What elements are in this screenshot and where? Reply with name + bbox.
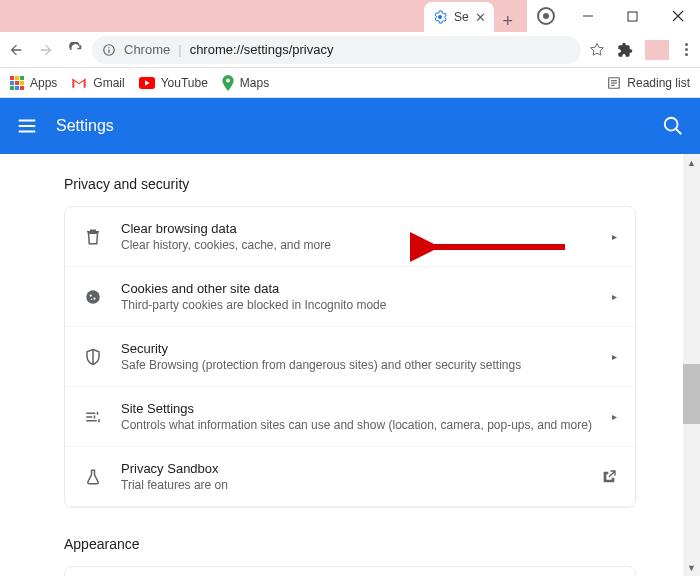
tune-icon xyxy=(83,407,103,427)
bookmark-gmail[interactable]: Gmail xyxy=(71,76,124,90)
svg-point-17 xyxy=(90,294,92,296)
section-title-appearance: Appearance xyxy=(64,536,636,552)
row-site-settings[interactable]: Site Settings Controls what information … xyxy=(65,387,635,447)
browser-menu-button[interactable] xyxy=(681,43,692,56)
reading-list-button[interactable]: Reading list xyxy=(607,76,690,90)
row-title: Site Settings xyxy=(121,401,594,416)
shield-icon xyxy=(83,347,103,367)
chevron-right-icon: ▸ xyxy=(612,411,617,422)
maximize-button[interactable] xyxy=(610,0,655,32)
row-cookies[interactable]: Cookies and other site data Third-party … xyxy=(65,267,635,327)
tab-title: Se xyxy=(454,10,469,24)
address-bar[interactable]: Chrome | chrome://settings/privacy xyxy=(92,36,581,64)
chevron-right-icon: ▸ xyxy=(612,291,617,302)
minimize-button[interactable] xyxy=(565,0,610,32)
svg-rect-2 xyxy=(628,12,637,21)
external-link-icon xyxy=(601,469,617,485)
row-title: Cookies and other site data xyxy=(121,281,594,296)
bookmark-maps[interactable]: Maps xyxy=(222,75,269,91)
scroll-up-arrow[interactable]: ▲ xyxy=(683,154,700,171)
settings-title: Settings xyxy=(56,117,114,135)
row-title: Clear browsing data xyxy=(121,221,594,236)
svg-point-9 xyxy=(226,78,230,82)
svg-point-16 xyxy=(86,290,100,304)
svg-point-19 xyxy=(91,298,93,300)
svg-point-18 xyxy=(93,297,95,299)
extensions-icon[interactable] xyxy=(617,42,633,58)
privacy-card: Clear browsing data Clear history, cooki… xyxy=(64,206,636,508)
row-subtitle: Controls what information sites can use … xyxy=(121,418,594,432)
cookie-icon xyxy=(83,287,103,307)
appearance-card: Theme Open Chrome Web Store xyxy=(64,566,636,576)
window-titlebar: Se ✕ + xyxy=(0,0,700,32)
row-subtitle: Safe Browsing (protection from dangerous… xyxy=(121,358,594,372)
page-scrollbar[interactable]: ▲ ▼ xyxy=(683,154,700,576)
search-icon[interactable] xyxy=(662,115,684,137)
section-title-privacy: Privacy and security xyxy=(64,176,636,192)
profile-avatar[interactable] xyxy=(537,7,555,25)
row-title: Privacy Sandbox xyxy=(121,461,583,476)
site-info-icon xyxy=(102,43,116,57)
apps-shortcut[interactable]: Apps xyxy=(10,76,57,90)
chevron-right-icon: ▸ xyxy=(612,351,617,362)
row-privacy-sandbox[interactable]: Privacy Sandbox Trial features are on xyxy=(65,447,635,507)
close-tab-icon[interactable]: ✕ xyxy=(475,10,486,25)
flask-icon xyxy=(83,467,103,487)
row-title: Security xyxy=(121,341,594,356)
svg-point-0 xyxy=(438,15,442,19)
trash-icon xyxy=(83,227,103,247)
row-subtitle: Trial features are on xyxy=(121,478,583,492)
menu-icon[interactable] xyxy=(16,115,38,137)
svg-point-6 xyxy=(108,47,109,48)
back-button[interactable] xyxy=(8,42,24,58)
bookmark-youtube[interactable]: YouTube xyxy=(139,76,208,90)
settings-gear-icon xyxy=(432,9,448,25)
reload-button[interactable] xyxy=(68,42,84,58)
gmail-icon xyxy=(71,77,87,89)
forward-button[interactable] xyxy=(38,42,54,58)
row-clear-browsing-data[interactable]: Clear browsing data Clear history, cooki… xyxy=(65,207,635,267)
maps-icon xyxy=(222,75,234,91)
bookmark-star-icon[interactable] xyxy=(589,42,605,58)
scrollbar-thumb[interactable] xyxy=(683,364,700,424)
extension-placeholder[interactable] xyxy=(645,40,669,60)
row-security[interactable]: Security Safe Browsing (protection from … xyxy=(65,327,635,387)
settings-header: Settings xyxy=(0,98,700,154)
row-theme[interactable]: Theme Open Chrome Web Store xyxy=(65,567,635,576)
reading-list-icon xyxy=(607,76,621,90)
new-tab-button[interactable]: + xyxy=(494,11,522,32)
row-subtitle: Clear history, cookies, cache, and more xyxy=(121,238,594,252)
url-path: chrome://settings/privacy xyxy=(190,42,334,57)
chevron-right-icon: ▸ xyxy=(612,231,617,242)
youtube-icon xyxy=(139,77,155,89)
settings-content: Privacy and security Clear browsing data… xyxy=(0,154,700,576)
svg-line-15 xyxy=(676,129,682,135)
scroll-down-arrow[interactable]: ▼ xyxy=(683,559,700,576)
window-controls xyxy=(565,0,700,32)
url-protocol: Chrome xyxy=(124,42,170,57)
apps-icon xyxy=(10,76,24,90)
browser-tab-active[interactable]: Se ✕ xyxy=(424,2,494,32)
close-window-button[interactable] xyxy=(655,0,700,32)
row-subtitle: Third-party cookies are blocked in Incog… xyxy=(121,298,594,312)
tab-strip: Se ✕ + xyxy=(0,0,527,32)
nav-buttons xyxy=(8,42,84,58)
svg-point-14 xyxy=(665,118,678,131)
browser-toolbar: Chrome | chrome://settings/privacy xyxy=(0,32,700,68)
svg-rect-7 xyxy=(108,49,109,53)
bookmarks-bar: Apps Gmail YouTube Maps Reading list xyxy=(0,68,700,98)
